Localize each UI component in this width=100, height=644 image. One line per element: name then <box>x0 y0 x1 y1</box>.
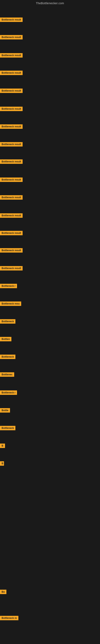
bottleneck-badge: Bottleneck re <box>0 616 18 620</box>
bottleneck-badge: Bottlenec <box>0 372 14 377</box>
site-header: TheBottlenecker.com <box>0 0 100 6</box>
bottleneck-result-item[interactable]: Bottleneck result <box>0 53 23 58</box>
bottleneck-badge: Bottleneck result <box>0 107 23 111</box>
bottleneck-badge: Bottleneck result <box>0 142 23 146</box>
bottleneck-result-item[interactable]: Bottleneck result <box>0 142 23 147</box>
bottleneck-badge: Bottleneck resu <box>0 302 21 306</box>
bottleneck-badge: Bottleneck <box>0 319 15 324</box>
bottleneck-badge: Bottleneck <box>0 426 15 430</box>
bottleneck-badge: Bottleneck r <box>0 390 17 395</box>
bottleneck-badge: Bottleneck result <box>0 231 23 235</box>
bottleneck-badge: Bottleneck result <box>0 213 23 218</box>
bottleneck-badge: Bottleneck result <box>0 71 23 75</box>
bottleneck-badge: B <box>0 444 5 448</box>
bottleneck-result-item[interactable]: Bottleneck <box>0 319 15 324</box>
bottleneck-result-item[interactable]: Bottleneck result <box>0 231 23 236</box>
bottleneck-badge: Bottle <box>0 408 10 412</box>
bottleneck-result-item[interactable]: Bottleneck result <box>0 160 23 164</box>
bottleneck-result-item[interactable]: Bottleneck result <box>0 124 23 130</box>
bottleneck-result-item[interactable]: Bottleneck <box>0 354 15 360</box>
bottleneck-result-item[interactable]: Bottleneck result <box>0 213 23 218</box>
bottleneck-result-item[interactable]: Bottleneck result <box>0 35 23 40</box>
bottleneck-result-item[interactable]: Bottleneck re <box>0 616 18 621</box>
bottleneck-result-item[interactable]: Bottleneck result <box>0 88 23 94</box>
bottleneck-badge: Bottleneck result <box>0 35 23 40</box>
bottleneck-badge: B <box>0 461 4 466</box>
bottleneck-result-item[interactable]: Bottleneck result <box>0 107 23 112</box>
bottleneck-result-item[interactable]: Bottleneck result <box>0 195 23 200</box>
bottleneck-badge: Bottleneck <box>0 354 15 359</box>
bottleneck-badge: Bottleneck result <box>0 195 23 200</box>
bottleneck-result-item[interactable]: Bottleneck result <box>0 18 23 23</box>
bottleneck-badge: Bottleneck result <box>0 53 23 58</box>
bottleneck-badge: Bottleneck result <box>0 18 23 22</box>
bottleneck-result-item[interactable]: Bottleneck result <box>0 266 23 271</box>
bottleneck-badge: Bottleneck result <box>0 124 23 129</box>
bottleneck-result-item[interactable]: Bottleneck result <box>0 178 23 183</box>
bottleneck-result-item[interactable]: Bo <box>0 590 6 595</box>
bottleneck-badge: Bottleneck result <box>0 88 23 93</box>
bottleneck-badge: Bo <box>0 590 6 594</box>
bottleneck-result-item[interactable]: Bottlen <box>0 337 11 342</box>
bottleneck-result-item[interactable]: B <box>0 461 4 466</box>
site-title: TheBottlenecker.com <box>36 2 64 5</box>
bottleneck-result-item[interactable]: Bottleneck <box>0 426 15 431</box>
bottleneck-badge: Bottleneck r <box>0 284 17 288</box>
bottleneck-result-item[interactable]: Bottleneck r <box>0 390 17 396</box>
bottleneck-result-item[interactable]: Bottlenec <box>0 372 14 378</box>
bottleneck-result-item[interactable]: B <box>0 444 5 449</box>
bottleneck-result-item[interactable]: Bottle <box>0 408 10 413</box>
bottleneck-badge: Bottleneck result <box>0 178 23 182</box>
bottleneck-badge: Bottleneck result <box>0 266 23 270</box>
bottleneck-result-item[interactable]: Bottleneck resu <box>0 302 21 307</box>
bottleneck-result-item[interactable]: Bottleneck r <box>0 284 17 289</box>
bottleneck-result-item[interactable]: Bottleneck result <box>0 71 23 76</box>
bottleneck-badge: Bottlen <box>0 337 11 341</box>
bottleneck-badge: Bottleneck result <box>0 248 23 252</box>
bottleneck-result-item[interactable]: Bottleneck result <box>0 248 23 253</box>
bottleneck-badge: Bottleneck result <box>0 160 23 164</box>
